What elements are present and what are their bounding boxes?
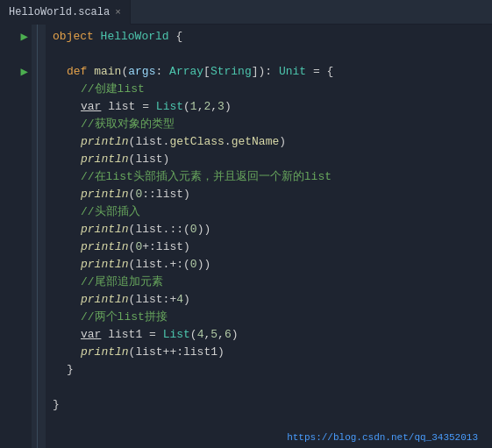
code-token: ( [190,326,197,344]
table-row: object HelloWorld { [53,28,492,46]
code-token: } [67,361,74,379]
code-token: (list.+:( [129,256,190,274]
code-token: :: [142,186,156,203]
code-token: var [81,98,101,116]
code-token: List [156,98,183,116]
code-token: list = [101,98,155,116]
code-token: +: [142,238,156,256]
code-token: 5 [210,326,217,344]
table-row: println(list++:list1) [53,344,492,361]
code-token: //获取对象的类型 [81,116,175,133]
code-token: , [217,326,225,344]
table-row: var list1 = List(4,5,6) [53,326,492,344]
tab-filename: HelloWorld.scala [9,6,110,18]
table-row: println(list.+:(0)) [53,256,492,274]
code-token: 0 [190,221,197,238]
table-row: println(list) [53,151,492,168]
code-token: Unit [279,63,306,81]
code-token: println [81,344,129,361]
code-token: 1 [190,98,197,116]
code-token: list) [156,186,190,203]
code-token: //两个list拼接 [81,309,168,326]
line-gutter: ▶ ▶ [0,25,32,448]
table-row: } [53,361,492,379]
code-token: [ [203,63,210,81]
code-token: (list. [129,133,170,151]
table-row: println(0+:list) [53,238,492,256]
code-token: var [81,326,101,344]
code-token: args [128,63,155,81]
code-token: ]): [252,63,279,81]
code-token: 6 [225,326,232,344]
code-token: println [81,151,129,168]
code-token: def [67,63,94,81]
code-area: object HelloWorld {def main(args: Array[… [46,25,492,448]
code-token: ( [129,186,136,203]
code-token: println [81,238,129,256]
table-row: println(0::list) [53,186,492,203]
code-token: 0 [135,238,142,256]
code-token: println [81,186,129,203]
watermark: https://blog.csdn.net/qq_34352013 [280,430,485,444]
table-row: //头部插入 [53,203,492,221]
table-row: //两个list拼接 [53,309,492,326]
code-token: } [53,396,60,414]
code-token: { [169,28,183,46]
code-token: (list:+ [129,291,177,309]
code-token: )) [197,256,211,274]
table-row: var list = List(1,2,3) [53,98,492,116]
code-token: HelloWorld [101,28,169,46]
code-token: = { [306,63,333,81]
code-token: ( [121,63,128,81]
run-arrow-1[interactable]: ▶ [21,28,28,46]
code-token: getName [232,133,280,151]
table-row: //获取对象的类型 [53,116,492,133]
code-token: //创建list [81,81,145,98]
code-token: (list) [129,151,170,168]
code-token: ( [129,238,136,256]
table-row: println(list.::(0)) [53,221,492,238]
table-row [53,379,492,396]
code-token: ) [225,98,232,116]
code-token: ) [183,291,190,309]
code-token: 0 [190,256,197,274]
code-token: (list++:list1) [129,344,225,361]
run-arrow-2[interactable]: ▶ [21,63,28,81]
code-token: println [81,291,129,309]
code-token: 0 [135,186,142,203]
code-token: , [197,98,204,116]
structure-bar [32,25,46,448]
code-token: 2 [203,98,210,116]
code-token: ) [232,326,239,344]
editor-window: HelloWorld.scala × ▶ ▶ object HelloWorld… [0,0,492,448]
code-token: println [81,133,129,151]
tab-bar: HelloWorld.scala × [0,0,492,25]
tab-close-icon[interactable]: × [115,7,121,18]
code-token: ) [279,133,286,151]
code-token: main [94,63,121,81]
code-token: //头部插入 [81,203,140,221]
code-token: list1 = [101,326,162,344]
code-token: 4 [176,291,183,309]
code-token: 3 [217,98,225,116]
code-token: //在list头部插入元素，并且返回一个新的list [81,168,332,186]
code-token: . [225,133,232,151]
table-row: def main(args: Array[String]): Unit = { [53,63,492,81]
code-token: object [53,28,101,46]
code-token: ( [183,98,190,116]
code-token: println [81,221,129,238]
editor-area: ▶ ▶ object HelloWorld {def main(args: Ar… [0,25,492,448]
file-tab[interactable]: HelloWorld.scala × [0,0,131,25]
table-row: println(list:+4) [53,291,492,309]
table-row: println(list.getClass.getName) [53,133,492,151]
code-token: list) [156,238,190,256]
table-row: //创建list [53,81,492,98]
code-token: List [163,326,190,344]
code-token: getClass [169,133,224,151]
code-token: )) [197,221,211,238]
code-token: 4 [197,326,204,344]
code-token: : [155,63,169,81]
table-row [53,46,492,63]
code-token: println [81,256,129,274]
code-token: , [210,98,217,116]
